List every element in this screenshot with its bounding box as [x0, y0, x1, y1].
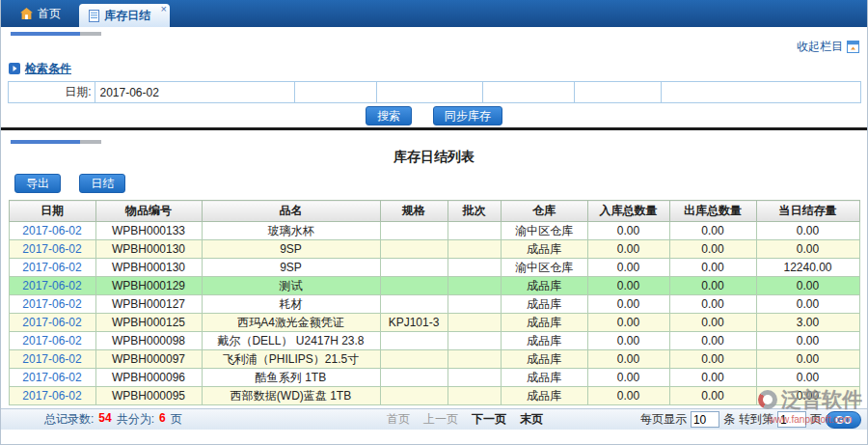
- total-records-label: 总记录数:: [44, 411, 94, 428]
- table-cell: 9SP: [202, 259, 380, 277]
- decoration-bar: [11, 140, 867, 144]
- table-row[interactable]: 2017-06-02WPBH000129测试成品库0.000.000.00: [9, 277, 859, 295]
- table-row[interactable]: 2017-06-02WPBH000125西玛A4激光金额凭证KPJ101-3成品…: [9, 314, 859, 332]
- search-section-header[interactable]: 检索条件: [9, 61, 867, 76]
- watermark-url: www.fanpusoft.com: [758, 414, 862, 425]
- table-cell: WPBH000097: [95, 350, 202, 369]
- table-cell: 西玛A4激光金额凭证: [202, 314, 380, 332]
- table-cell: 0.00: [587, 314, 669, 332]
- table-cell: 0.00: [756, 369, 859, 387]
- table-cell: [448, 314, 501, 332]
- table-cell: 成品库: [501, 332, 587, 350]
- table-row[interactable]: 2017-06-02WPBH000095西部数据(WD)蓝盘 1TB成品库0.0…: [9, 387, 859, 405]
- search-form: 日期:: [8, 81, 861, 103]
- table-cell: 0.00: [587, 222, 669, 240]
- pagination-link[interactable]: 首页: [387, 411, 410, 428]
- table-cell: [380, 332, 448, 350]
- date-link[interactable]: 2017-06-02: [9, 222, 95, 240]
- table-cell: [380, 222, 448, 240]
- table-cell: 成品库: [501, 277, 587, 295]
- table-row[interactable]: 2017-06-02WPBH000133玻璃水杯渝中区仓库0.000.000.0…: [9, 222, 859, 240]
- document-icon: [89, 10, 99, 22]
- search-actions: 搜索 同步库存: [1, 106, 867, 125]
- pagination-link[interactable]: 末页: [520, 411, 543, 428]
- table-row[interactable]: 2017-06-02WPBH0001309SP渝中区仓库0.000.001224…: [9, 259, 859, 277]
- sync-inventory-button[interactable]: 同步库存: [433, 106, 502, 125]
- tab-home[interactable]: 首页: [5, 0, 76, 27]
- column-header: 物品编号: [95, 201, 202, 222]
- search-section-title: 检索条件: [25, 61, 71, 77]
- table-cell: 0.00: [756, 295, 859, 314]
- table-cell: 成品库: [501, 314, 587, 332]
- tab-inventory-daily-settlement[interactable]: 库存日结 ×: [79, 4, 170, 27]
- tab-label: 首页: [38, 6, 61, 22]
- date-label: 日期:: [8, 82, 95, 103]
- column-header: 出库总数量: [669, 201, 756, 222]
- table-cell: [380, 277, 448, 295]
- table-cell: [448, 332, 501, 350]
- table-cell: 0.00: [669, 259, 756, 277]
- table-row[interactable]: 2017-06-02WPBH000096酷鱼系列 1TB成品库0.000.000…: [9, 369, 859, 387]
- table-cell: WPBH000127: [95, 295, 202, 314]
- table-cell: 渝中区仓库: [501, 222, 587, 240]
- per-page-input[interactable]: [691, 411, 719, 428]
- pages-value: 6: [159, 411, 166, 428]
- table-cell: WPBH000098: [95, 332, 202, 350]
- table-cell: [448, 222, 501, 240]
- per-page-label: 每页显示: [640, 411, 687, 428]
- fanpu-logo-icon: [758, 390, 777, 409]
- date-link[interactable]: 2017-06-02: [9, 240, 95, 259]
- collapse-panel-link[interactable]: 收起栏目: [797, 39, 859, 55]
- table-cell: 成品库: [501, 240, 587, 259]
- table-cell: [380, 350, 448, 369]
- table-cell: WPBH000130: [95, 259, 202, 277]
- pagination: 首页上一页下一页末页: [387, 411, 543, 428]
- table-cell: [380, 387, 448, 405]
- column-header: 仓库: [501, 201, 587, 222]
- table-cell: [448, 369, 501, 387]
- table-cell: 测试: [202, 277, 380, 295]
- pagination-link[interactable]: 下一页: [472, 411, 506, 428]
- table-cell: [448, 387, 501, 405]
- table-cell: 成品库: [501, 350, 587, 369]
- close-tab-icon[interactable]: ×: [161, 4, 167, 14]
- section-divider: [1, 127, 867, 130]
- search-button[interactable]: 搜索: [366, 106, 412, 125]
- table-row[interactable]: 2017-06-02WPBH000098戴尔（DELL） U2417H 23.8…: [9, 332, 859, 350]
- table-cell: 0.00: [756, 222, 859, 240]
- per-page-unit: 条: [723, 411, 735, 428]
- date-link[interactable]: 2017-06-02: [9, 277, 95, 295]
- table-row[interactable]: 2017-06-02WPBH000127耗材成品库0.000.000.00: [9, 295, 859, 314]
- date-link[interactable]: 2017-06-02: [9, 295, 95, 314]
- table-cell: 耗材: [202, 295, 380, 314]
- table-cell: [448, 240, 501, 259]
- table-row[interactable]: 2017-06-02WPBH0001309SP成品库0.000.000.00: [9, 240, 859, 259]
- daily-settlement-button[interactable]: 日结: [79, 174, 125, 193]
- column-header: 入库总数量: [587, 201, 669, 222]
- date-link[interactable]: 2017-06-02: [9, 369, 95, 387]
- date-link[interactable]: 2017-06-02: [9, 387, 95, 405]
- date-input-cell: [95, 82, 294, 103]
- date-link[interactable]: 2017-06-02: [9, 314, 95, 332]
- export-button[interactable]: 导出: [14, 174, 61, 193]
- table-row[interactable]: 2017-06-02WPBH000097飞利浦（PHILIPS）21.5寸成品库…: [9, 350, 859, 369]
- table-cell: [448, 259, 501, 277]
- date-link[interactable]: 2017-06-02: [9, 332, 95, 350]
- table-cell: 渝中区仓库: [501, 259, 587, 277]
- pagination-link[interactable]: 上一页: [423, 411, 458, 428]
- decoration-bar: [11, 32, 101, 36]
- table-cell: KPJ101-3: [380, 314, 448, 332]
- footer-bar: 总记录数: 54 共分为: 6 页 首页上一页下一页末页 每页显示 条 转到第 …: [1, 408, 867, 430]
- collapse-icon: [847, 41, 859, 53]
- date-input[interactable]: [98, 84, 284, 101]
- table-cell: WPBH000133: [95, 222, 202, 240]
- form-empty-cell: [574, 82, 661, 103]
- table-cell: 0.00: [669, 222, 756, 240]
- table-cell: WPBH000125: [95, 314, 202, 332]
- table-cell: 0.00: [587, 240, 669, 259]
- home-icon: [20, 8, 33, 19]
- date-link[interactable]: 2017-06-02: [9, 259, 95, 277]
- table-cell: WPBH000095: [95, 387, 202, 405]
- date-link[interactable]: 2017-06-02: [9, 350, 95, 369]
- arrow-right-icon: [9, 63, 20, 74]
